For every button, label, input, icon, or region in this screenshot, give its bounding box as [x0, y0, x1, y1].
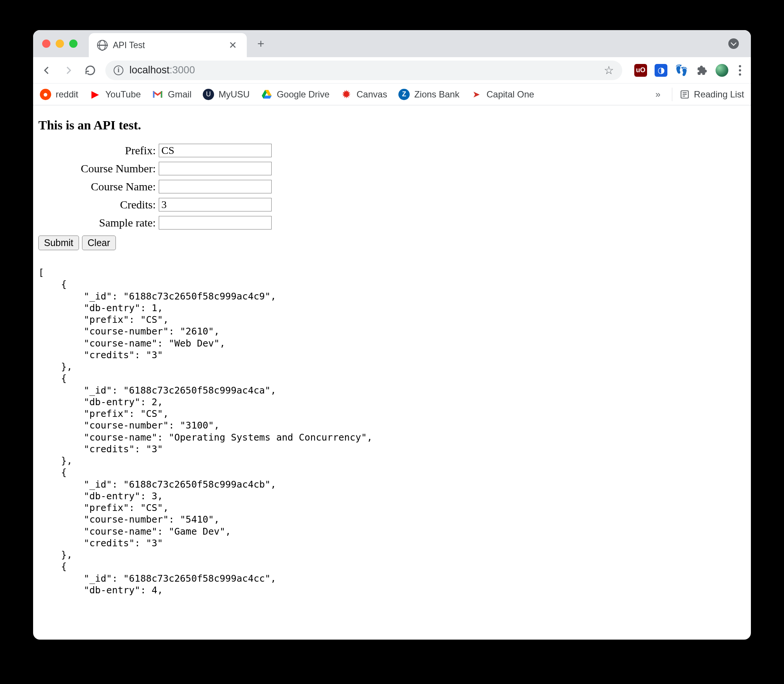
bookmarks-overflow-button[interactable]: » [652, 89, 664, 100]
bookmarks-bar: ● reddit ▶ YouTube Gmail U MyUSU Google … [33, 84, 751, 105]
bookmark-gdrive[interactable]: Google Drive [261, 89, 329, 100]
close-tab-button[interactable]: ✕ [227, 39, 239, 51]
globe-icon [97, 40, 108, 50]
url-text: localhost:3000 [129, 65, 195, 76]
bookmark-label: reddit [56, 89, 78, 100]
address-bar[interactable]: localhost:3000 ☆ [105, 61, 622, 80]
credits-input[interactable] [159, 198, 272, 211]
course-number-input[interactable] [159, 162, 272, 175]
divider [672, 88, 672, 101]
bookmark-label: YouTube [105, 89, 141, 100]
window-titlebar: API Test ✕ + [33, 30, 751, 57]
ublock-extension-icon[interactable]: uO [634, 64, 647, 77]
bookmark-canvas[interactable]: ✹ Canvas [341, 89, 387, 100]
bookmark-zions[interactable]: Z Zions Bank [398, 89, 459, 100]
gnome-extension-icon[interactable]: 👣 [675, 64, 688, 77]
browser-tab[interactable]: API Test ✕ [89, 33, 247, 57]
capital-one-icon: ➤ [471, 89, 482, 100]
bookmark-label: Google Drive [277, 89, 329, 100]
form-buttons: Submit Clear [39, 236, 745, 250]
window-controls [42, 39, 77, 48]
bookmark-label: Canvas [357, 89, 387, 100]
bookmark-label: Zions Bank [414, 89, 459, 100]
myusu-icon: U [203, 89, 214, 100]
browser-window: API Test ✕ + localhost:3000 ☆ uO [33, 30, 751, 640]
url-host: localhost [129, 65, 170, 76]
submit-button[interactable]: Submit [39, 236, 79, 250]
bookmark-label: MyUSU [219, 89, 250, 100]
form-row-prefix: Prefix: [39, 144, 745, 157]
prefix-label: Prefix: [39, 144, 159, 157]
browser-menu-button[interactable] [736, 65, 744, 76]
tab-title: API Test [113, 40, 222, 50]
bookmark-label: Capital One [486, 89, 534, 100]
clear-button[interactable]: Clear [82, 236, 116, 250]
youtube-icon: ▶ [90, 89, 101, 100]
bookmark-star-icon[interactable]: ☆ [604, 64, 614, 77]
reading-list-button[interactable]: Reading List [680, 89, 744, 100]
new-tab-button[interactable]: + [253, 37, 268, 51]
bookmark-reddit[interactable]: ● reddit [40, 89, 78, 100]
bookmark-capone[interactable]: ➤ Capital One [471, 89, 534, 100]
form-row-sample-rate: Sample rate: [39, 216, 745, 229]
reddit-icon: ● [40, 89, 51, 100]
bookmark-label: Gmail [168, 89, 192, 100]
window-minimize-button[interactable] [56, 39, 64, 48]
api-response-output: [ { "_id": "6188c73c2650f58c999ac4c9", "… [39, 267, 745, 596]
extensions-button[interactable] [695, 64, 708, 77]
site-info-icon[interactable] [114, 66, 123, 75]
credits-label: Credits: [39, 198, 159, 211]
sample-rate-input[interactable] [159, 216, 272, 229]
page-title: This is an API test. [39, 118, 745, 132]
profile-avatar-icon[interactable] [716, 64, 728, 77]
reload-button[interactable] [84, 64, 97, 77]
url-port: :3000 [170, 65, 195, 76]
back-button[interactable] [40, 64, 53, 77]
prefix-input[interactable] [159, 144, 272, 157]
account-chevron-icon[interactable] [728, 39, 739, 49]
gmail-icon [152, 89, 163, 100]
gdrive-icon [261, 89, 273, 100]
bookmark-gmail[interactable]: Gmail [152, 89, 192, 100]
form-row-credits: Credits: [39, 198, 745, 211]
course-form: Prefix: Course Number: Course Name: Cred… [39, 144, 745, 250]
zions-icon: Z [398, 89, 410, 100]
sample-rate-label: Sample rate: [39, 216, 159, 229]
form-row-course-number: Course Number: [39, 162, 745, 175]
reading-list-label: Reading List [694, 89, 744, 100]
form-row-course-name: Course Name: [39, 180, 745, 194]
bitwarden-extension-icon[interactable]: ◑ [655, 64, 667, 77]
bookmark-youtube[interactable]: ▶ YouTube [90, 89, 141, 100]
window-close-button[interactable] [42, 39, 50, 48]
browser-toolbar: localhost:3000 ☆ uO ◑ 👣 [33, 57, 751, 84]
page-content: This is an API test. Prefix: Course Numb… [33, 105, 751, 640]
course-name-input[interactable] [159, 180, 272, 194]
course-number-label: Course Number: [39, 162, 159, 175]
course-name-label: Course Name: [39, 180, 159, 193]
canvas-icon: ✹ [341, 89, 352, 100]
extensions-area: uO ◑ 👣 [634, 64, 744, 77]
forward-button[interactable] [62, 64, 75, 77]
bookmark-myusu[interactable]: U MyUSU [203, 89, 250, 100]
address-bar-actions: ☆ [604, 64, 614, 77]
titlebar-right [728, 39, 742, 49]
window-maximize-button[interactable] [69, 39, 77, 48]
